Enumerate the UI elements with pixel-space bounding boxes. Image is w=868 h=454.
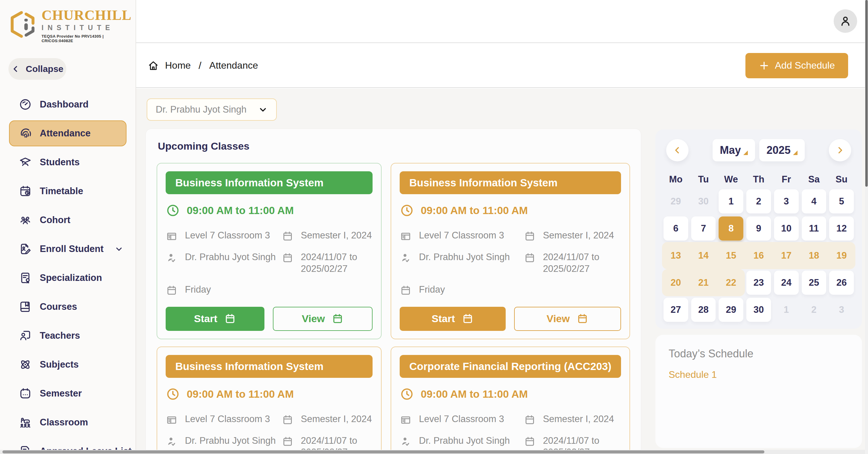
calendar-day-11[interactable]: 11 <box>800 215 828 242</box>
logo-tagline: TEQSA Provider No PRV14305 | CRICOS:0408… <box>41 34 135 43</box>
sidebar-item-specialization[interactable]: Specialization <box>0 263 135 292</box>
todays-schedule-panel: Today’s Schedule Schedule 1 <box>655 335 862 448</box>
chevron-down-icon <box>258 105 268 115</box>
calendar-day-16[interactable]: 16 <box>745 242 773 269</box>
logo-title: CHURCHILL <box>41 8 135 23</box>
teacher-icon <box>19 329 32 342</box>
class-card: Corporate Financial Reporting (ACC203)09… <box>391 347 630 454</box>
calendar-day-28[interactable]: 28 <box>690 296 717 323</box>
class-classroom: Level 7 Classroom 3 <box>166 230 282 242</box>
sidebar-item-attendance[interactable]: Attendance <box>9 121 126 146</box>
calendar-day-9[interactable]: 9 <box>745 215 773 242</box>
horizontal-scrollbar[interactable] <box>0 450 868 454</box>
class-time: 09:00 AM to 11:00 AM <box>400 203 621 218</box>
weekday-label: Fr <box>773 174 800 185</box>
calendar-year-select[interactable]: 2025 <box>759 139 805 161</box>
topbar <box>136 0 868 43</box>
calendar-day-26[interactable]: 26 <box>828 269 855 296</box>
calendar-day-7[interactable]: 7 <box>690 215 717 242</box>
certificate-icon <box>19 271 32 285</box>
calendar-day-20[interactable]: 20 <box>662 269 690 296</box>
calendar-day-1-adjacent: 1 <box>773 296 800 323</box>
calendar-weekday-row: MoTuWeThFrSaSu <box>662 174 855 185</box>
calendar-day-2[interactable]: 2 <box>745 188 773 215</box>
calendar-month-select[interactable]: May <box>713 139 755 161</box>
calendar-day-25[interactable]: 25 <box>800 269 828 296</box>
chevron-left-icon <box>11 64 20 73</box>
start-class-button[interactable]: Start <box>166 307 265 331</box>
todays-schedule-list: Schedule 1 <box>669 369 849 380</box>
class-time: 09:00 AM to 11:00 AM <box>400 387 621 401</box>
user-avatar[interactable] <box>834 9 857 33</box>
logo: CHURCHILL INSTITUTE TEQSA Provider No PR… <box>0 0 135 43</box>
churchill-logo-icon <box>8 10 37 41</box>
calendar-day-10[interactable]: 10 <box>773 215 800 242</box>
calendar-day-29[interactable]: 29 <box>717 296 745 323</box>
sidebar-item-dashboard[interactable]: Dashboard <box>0 90 135 119</box>
upcoming-classes-panel: Upcoming Classes Business Information Sy… <box>146 129 641 454</box>
calendar-day-4[interactable]: 4 <box>800 188 828 215</box>
calendar-day-13[interactable]: 13 <box>662 242 690 269</box>
todays-schedule-item[interactable]: Schedule 1 <box>669 369 849 380</box>
calendar-icon <box>400 285 412 296</box>
calendar-day-12[interactable]: 12 <box>828 215 855 242</box>
collapse-label: Collapse <box>26 64 63 74</box>
calendar-day-1[interactable]: 1 <box>717 188 745 215</box>
add-schedule-button[interactable]: Add Schedule <box>745 53 848 78</box>
sidebar-item-enroll-student[interactable]: Enroll Student <box>0 234 135 263</box>
calendar-day-3[interactable]: 3 <box>773 188 800 215</box>
calendar-day-14[interactable]: 14 <box>690 242 717 269</box>
view-class-button[interactable]: View <box>273 307 373 331</box>
sidebar-item-classroom[interactable]: Classroom <box>0 408 135 437</box>
sidebar-item-students[interactable]: Students <box>0 148 135 177</box>
horizontal-scrollbar-thumb[interactable] <box>2 450 765 453</box>
class-card: Business Information System09:00 AM to 1… <box>157 347 381 454</box>
calendar-icon <box>282 252 293 264</box>
sidebar-item-courses[interactable]: Courses <box>0 292 135 321</box>
calendar-icon <box>524 252 536 264</box>
sidebar-item-subjects[interactable]: Subjects <box>0 350 135 379</box>
calendar-day-27[interactable]: 27 <box>662 296 690 323</box>
calendar-day-19[interactable]: 19 <box>828 242 855 269</box>
calendar-day-15[interactable]: 15 <box>717 242 745 269</box>
calendar-day-23[interactable]: 23 <box>745 269 773 296</box>
class-semester: Semester I, 2024 <box>282 413 373 426</box>
start-class-button[interactable]: Start <box>400 307 505 331</box>
calendar-day-24[interactable]: 24 <box>773 269 800 296</box>
sidebar-item-cohort[interactable]: Cohort <box>0 206 135 234</box>
person-check-icon <box>400 435 412 448</box>
sidebar-item-semester[interactable]: Semester <box>0 379 135 408</box>
calendar-day-18[interactable]: 18 <box>800 242 828 269</box>
clock-icon <box>400 387 414 401</box>
vertical-scrollbar[interactable] <box>865 0 868 454</box>
collapse-button[interactable]: Collapse <box>8 58 66 80</box>
calendar-prev-button[interactable] <box>666 139 688 161</box>
view-class-button[interactable]: View <box>514 307 621 331</box>
vertical-scrollbar-thumb[interactable] <box>865 0 868 187</box>
calendar-day-2-adjacent: 2 <box>800 296 828 323</box>
calendar-icon <box>524 414 536 426</box>
sidebar-item-timetable[interactable]: Timetable <box>0 177 135 206</box>
weekday-label: Tu <box>690 174 717 185</box>
sidebar-item-teachers[interactable]: Teachers <box>0 321 135 350</box>
calendar-day-22[interactable]: 22 <box>717 269 745 296</box>
dropdown-triangle-icon <box>793 151 798 155</box>
calendar-icon <box>282 414 293 426</box>
calendar-icon <box>224 313 236 325</box>
teacher-select[interactable]: Dr. Prabhu Jyot Singh <box>147 98 277 121</box>
calendar-day-21[interactable]: 21 <box>690 269 717 296</box>
calendar-day-17[interactable]: 17 <box>773 242 800 269</box>
calendar-month: May <box>720 144 741 157</box>
calendar-icon <box>166 285 178 296</box>
calendar-icon <box>524 435 536 448</box>
calendar-day-8[interactable]: 8 <box>717 215 745 242</box>
weekday-label: We <box>717 174 745 185</box>
calendar-next-button[interactable] <box>829 139 851 161</box>
home-icon[interactable] <box>148 60 159 71</box>
calendar-day-5[interactable]: 5 <box>828 188 855 215</box>
dropdown-triangle-icon <box>743 151 748 155</box>
teacher-select-value: Dr. Prabhu Jyot Singh <box>156 104 247 115</box>
calendar-day-6[interactable]: 6 <box>662 215 690 242</box>
calendar-day-30[interactable]: 30 <box>745 296 773 323</box>
breadcrumb-home[interactable]: Home <box>165 60 191 71</box>
